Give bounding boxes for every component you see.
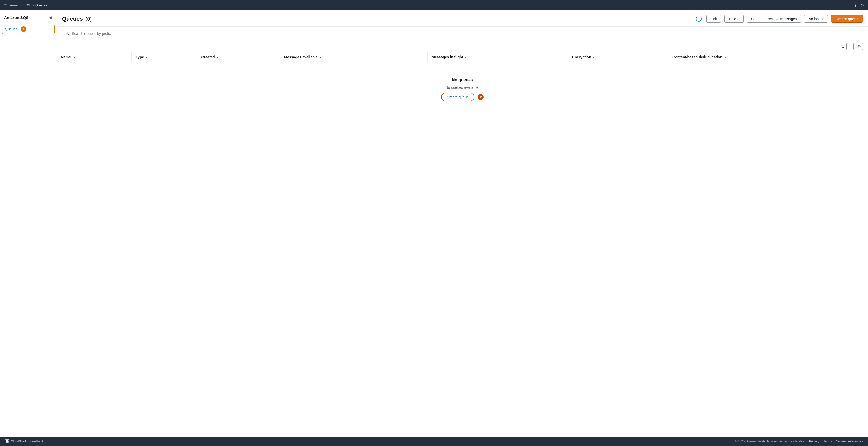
table-settings-button[interactable]: ⚙ [856, 43, 863, 50]
col-created-sort-icon: ▾ [217, 56, 218, 59]
col-dedup-label: Content-based deduplication [673, 55, 722, 59]
col-created-label: Created [201, 55, 215, 59]
footer-left: 📄 CloudShell Feedback [5, 439, 44, 443]
main-layout: Amazon SQS ◀ Queues 1 Queues (0) Edit De… [0, 10, 868, 437]
content-header: Queues (0) Edit Delete Send and receive … [57, 10, 868, 27]
footer-right: © 2025, Amazon Web Services, Inc. or its… [735, 440, 863, 443]
queues-table: Name ▲ Type ▾ Created ▾ Messages avail [57, 53, 868, 117]
page-title: Queues (0) [62, 15, 92, 22]
col-messages-inflight-sort-icon: ▾ [465, 56, 467, 59]
create-queue-empty-state-button[interactable]: Create queue [441, 93, 474, 101]
table-toolbar: ‹ 1 › ⚙ [57, 41, 868, 53]
col-name-label: Name [61, 55, 71, 59]
delete-button[interactable]: Delete [724, 15, 743, 23]
cloudshell-button[interactable]: 📄 CloudShell [5, 439, 26, 443]
copyright-text: © 2025, Amazon Web Services, Inc. or its… [735, 440, 805, 443]
actions-chevron-icon [822, 17, 824, 21]
breadcrumb-current: Queues [35, 3, 47, 7]
breadcrumb-service-link[interactable]: Amazon SQS [10, 3, 30, 7]
col-type-label: Type [136, 55, 144, 59]
sort-up-icon: ▲ [73, 56, 76, 59]
search-icon: 🔍 [65, 32, 70, 36]
col-dedup-sort-icon: ▾ [724, 56, 726, 59]
sidebar: Amazon SQS ◀ Queues 1 [0, 10, 57, 437]
send-receive-messages-button[interactable]: Send and receive messages [747, 15, 801, 23]
content-area: Queues (0) Edit Delete Send and receive … [57, 10, 868, 437]
search-container: 🔍 [57, 27, 868, 41]
col-encryption[interactable]: Encryption ▾ [568, 53, 668, 62]
create-queue-header-button[interactable]: Create queue [831, 15, 863, 23]
table-settings-icon: ⚙ [858, 44, 861, 48]
col-encryption-sort-icon: ▾ [593, 56, 595, 59]
account-settings-icon[interactable]: ⚙ [860, 3, 864, 8]
empty-subtitle: No queues available. [445, 85, 479, 90]
cookie-preferences-link[interactable]: Cookie preferences [836, 440, 863, 443]
col-encryption-label: Encryption [572, 55, 591, 59]
col-type-sort-icon: ▾ [146, 56, 148, 59]
empty-state: No queues No queues available. Create qu… [57, 62, 868, 117]
refresh-button[interactable] [694, 14, 703, 23]
col-messages-available-sort-icon: ▾ [319, 56, 321, 59]
next-page-button[interactable]: › [846, 43, 854, 50]
annotation-badge-2: 2 [478, 94, 484, 100]
sidebar-item-queues[interactable]: Queues 1 [2, 25, 55, 34]
table-header-row: Name ▲ Type ▾ Created ▾ Messages avail [57, 53, 868, 62]
col-messages-available[interactable]: Messages available ▾ [280, 53, 428, 62]
col-dedup[interactable]: Content-based deduplication ▾ [668, 53, 868, 62]
col-messages-available-label: Messages available [284, 55, 318, 59]
sidebar-item-queues-label: Queues [5, 27, 18, 31]
col-created[interactable]: Created ▾ [197, 53, 280, 62]
privacy-link[interactable]: Privacy [809, 440, 819, 443]
col-type[interactable]: Type ▾ [131, 53, 197, 62]
feedback-link[interactable]: Feedback [30, 440, 44, 443]
terms-link[interactable]: Terms [823, 440, 832, 443]
col-name[interactable]: Name ▲ [57, 53, 131, 62]
empty-state-row: No queues No queues available. Create qu… [57, 62, 868, 117]
breadcrumb-separator: > [32, 3, 34, 7]
cloudshell-icon: 📄 [5, 439, 9, 443]
refresh-icon [696, 16, 702, 22]
queue-count: (0) [86, 16, 92, 22]
prev-page-button[interactable]: ‹ [833, 43, 840, 50]
top-navigation: ≡ Amazon SQS > Queues ℹ ⚙ [0, 0, 868, 10]
sidebar-collapse-button[interactable]: ◀ [48, 14, 53, 21]
info-icon[interactable]: ℹ [855, 3, 856, 8]
sidebar-nav: Queues 1 [0, 25, 57, 34]
col-messages-inflight-label: Messages in flight [432, 55, 463, 59]
edit-button[interactable]: Edit [706, 15, 721, 23]
actions-button[interactable]: Actions [804, 15, 828, 23]
cloudshell-label: CloudShell [11, 440, 26, 443]
empty-title: No queues [452, 78, 473, 82]
footer: 📄 CloudShell Feedback © 2025, Amazon Web… [0, 437, 868, 446]
breadcrumb: Amazon SQS > Queues [10, 3, 47, 7]
search-input[interactable] [72, 32, 395, 36]
col-messages-inflight[interactable]: Messages in flight ▾ [428, 53, 568, 62]
sidebar-title: Amazon SQS [4, 15, 28, 20]
table-container: Name ▲ Type ▾ Created ▾ Messages avail [57, 53, 868, 437]
hamburger-menu-icon[interactable]: ≡ [4, 3, 7, 8]
annotation-badge-1: 1 [21, 26, 26, 32]
search-box: 🔍 [62, 30, 398, 37]
page-info: 1 [842, 44, 844, 48]
sidebar-header: Amazon SQS ◀ [0, 14, 57, 25]
